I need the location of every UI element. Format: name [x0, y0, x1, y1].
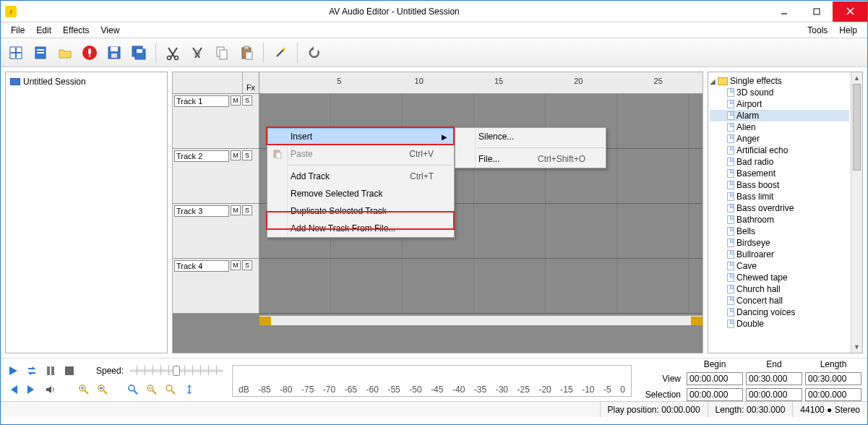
svg-rect-1 [814, 9, 820, 14]
effect-item[interactable]: Bells [710, 226, 849, 237]
effect-item[interactable]: Church hall [710, 283, 849, 295]
track-name-input[interactable] [174, 205, 229, 217]
solo-button[interactable]: S [242, 260, 252, 270]
new-session-button[interactable] [5, 42, 27, 64]
close-button[interactable] [833, 1, 867, 22]
selection-begin-input[interactable] [687, 388, 743, 401]
stop-button[interactable] [63, 364, 76, 377]
scroll-up-icon[interactable]: ▲ [851, 72, 862, 84]
menu-view[interactable]: View [95, 24, 126, 37]
mute-button[interactable]: M [231, 95, 241, 106]
selection-length-input[interactable] [805, 388, 861, 401]
solo-button[interactable]: S [242, 95, 252, 106]
menu-paste[interactable]: Paste Ctrl+V [267, 145, 454, 163]
zoom-all-button[interactable] [164, 383, 177, 396]
effects-scrollbar[interactable]: ▲ ▼ [851, 72, 862, 353]
mute-button[interactable]: M [231, 150, 241, 160]
effect-item[interactable]: Anger [710, 133, 849, 145]
copy-button[interactable] [211, 42, 233, 64]
open-button[interactable] [54, 42, 76, 64]
menu-remove-track[interactable]: Remove Selected Track [267, 185, 454, 202]
effects-tree[interactable]: ◢ Single effects 3D soundAirportAlarmAli… [708, 72, 851, 353]
save-button[interactable] [103, 42, 125, 64]
effect-item[interactable]: Artificial echo [710, 145, 849, 156]
selection-end-input[interactable] [746, 388, 802, 401]
solo-button[interactable]: S [242, 150, 252, 160]
scroll-down-icon[interactable]: ▼ [851, 341, 862, 353]
mute-button[interactable]: M [231, 205, 241, 215]
effect-item[interactable]: Cave [710, 260, 849, 272]
track-name-input[interactable] [174, 260, 229, 272]
zoom-out-button[interactable] [145, 383, 158, 396]
menu-edit[interactable]: Edit [30, 24, 57, 37]
effect-item[interactable]: 3D sound [710, 87, 849, 98]
horizontal-scrollbar[interactable] [259, 315, 702, 325]
scroll-handle-right[interactable] [691, 317, 702, 325]
tree-root[interactable]: ◢ Single effects [710, 75, 849, 87]
session-item[interactable]: Untitled Session [9, 75, 164, 88]
view-end-input[interactable] [746, 372, 802, 385]
submenu-silence[interactable]: Silence... [455, 128, 606, 145]
scroll-handle-left[interactable] [259, 317, 271, 325]
menu-tools[interactable]: Tools [802, 24, 833, 37]
time-ruler[interactable]: 5 10 15 20 25 [259, 72, 702, 94]
zoom-vertical-button[interactable] [183, 383, 196, 396]
solo-button[interactable]: S [242, 205, 252, 215]
undo-button[interactable] [304, 42, 325, 64]
loop-button[interactable] [25, 364, 38, 377]
menu-add-track-from-file[interactable]: Add New Track From File... [267, 220, 454, 237]
view-begin-input[interactable] [687, 372, 743, 385]
effect-item[interactable]: Basement [710, 168, 849, 179]
menu-effects[interactable]: Effects [57, 24, 95, 37]
zoom-in-button[interactable] [77, 383, 90, 396]
minimize-button[interactable] [768, 1, 800, 22]
effects-wand-button[interactable] [270, 42, 291, 64]
effect-item[interactable]: Dancing voices [710, 306, 849, 318]
menu-help[interactable]: Help [833, 24, 863, 37]
effect-item[interactable]: Bass limit [710, 191, 849, 202]
menu-duplicate-track[interactable]: Duplicate Selected Track [267, 202, 454, 220]
cut-button[interactable] [162, 42, 184, 64]
paste-button[interactable] [236, 42, 257, 64]
effect-item[interactable]: Bass boost [710, 179, 849, 191]
effect-item[interactable]: Bullroarer [710, 249, 849, 260]
record-button[interactable] [79, 42, 100, 64]
effect-item[interactable]: Concert hall [710, 295, 849, 306]
track-name-input[interactable] [174, 150, 229, 162]
effect-item[interactable]: Alien [710, 121, 849, 133]
effect-item[interactable]: Bathroom [710, 214, 849, 226]
menu-add-track[interactable]: Add Track Ctrl+T [267, 168, 454, 185]
volume-button[interactable] [44, 383, 57, 396]
db-tick: -85 [258, 385, 270, 395]
svg-rect-9 [88, 48, 91, 54]
effect-item[interactable]: Bad radio [710, 156, 849, 168]
pause-button[interactable] [44, 364, 57, 377]
scroll-thumb[interactable] [853, 84, 861, 171]
mute-button[interactable]: M [231, 260, 241, 270]
goto-start-button[interactable] [7, 383, 20, 396]
play-button[interactable] [7, 364, 20, 377]
submenu-file[interactable]: File... Ctrl+Shift+O [455, 150, 606, 168]
new-file-button[interactable] [30, 42, 51, 64]
track-header: M S [173, 149, 259, 204]
view-length-input[interactable] [805, 372, 861, 385]
effect-item[interactable]: Bass overdrive [710, 202, 849, 214]
tree-collapse-icon[interactable]: ◢ [710, 77, 716, 85]
effect-item[interactable]: Birdseye [710, 237, 849, 249]
speed-slider[interactable] [129, 369, 223, 372]
track-name-input[interactable] [174, 95, 229, 107]
effect-item[interactable]: Alarm [710, 110, 849, 121]
track-lane[interactable] [259, 259, 702, 314]
effect-item[interactable]: Double [710, 318, 849, 330]
effect-item[interactable]: Chewed tape [710, 272, 849, 283]
save-all-button[interactable] [128, 42, 150, 64]
effect-item[interactable]: Airport [710, 98, 849, 110]
zoom-fit-button[interactable] [96, 383, 109, 396]
menu-insert[interactable]: Insert ▶ [267, 128, 454, 145]
menu-file[interactable]: File [5, 24, 30, 37]
speed-thumb[interactable] [173, 366, 180, 376]
goto-end-button[interactable] [25, 383, 38, 396]
maximize-button[interactable] [800, 1, 833, 22]
zoom-selection-button[interactable] [126, 383, 139, 396]
crop-button[interactable] [186, 42, 208, 64]
